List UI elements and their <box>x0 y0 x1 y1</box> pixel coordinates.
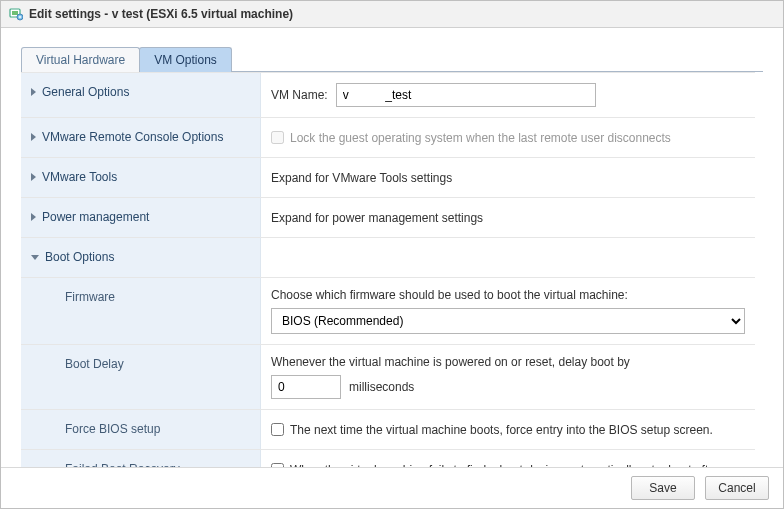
label-vmware-tools-text: VMware Tools <box>42 170 117 184</box>
row-general-options: General Options VM Name: <box>21 72 755 118</box>
value-boot-delay: Whenever the virtual machine is powered … <box>261 345 755 409</box>
value-boot-options <box>261 238 755 277</box>
value-firmware: Choose which firmware should be used to … <box>261 278 755 344</box>
label-vmrc[interactable]: VMware Remote Console Options <box>21 118 261 157</box>
value-vmrc: Lock the guest operating system when the… <box>261 118 755 157</box>
label-force-bios-text: Force BIOS setup <box>65 422 160 436</box>
caret-right-icon <box>31 173 36 181</box>
label-boot-delay: Boot Delay <box>21 345 261 409</box>
value-failed-boot: When the virtual machine fails to find a… <box>261 450 755 467</box>
label-power-mgmt[interactable]: Power management <box>21 198 261 237</box>
vmware-tools-hint: Expand for VMware Tools settings <box>271 171 452 185</box>
row-boot-options: Boot Options <box>21 238 755 278</box>
row-vmware-tools: VMware Tools Expand for VMware Tools set… <box>21 158 755 198</box>
dialog-body: Virtual Hardware VM Options General Opti… <box>1 28 783 467</box>
label-boot-delay-text: Boot Delay <box>65 357 124 371</box>
row-power-mgmt: Power management Expand for power manage… <box>21 198 755 238</box>
edit-settings-dialog: Edit settings - v test (ESXi 6.5 virtual… <box>0 0 784 509</box>
force-bios-desc: The next time the virtual machine boots,… <box>290 423 713 437</box>
firmware-desc: Choose which firmware should be used to … <box>271 288 745 302</box>
boot-delay-desc: Whenever the virtual machine is powered … <box>271 355 630 369</box>
row-boot-delay: Boot Delay Whenever the virtual machine … <box>21 345 755 410</box>
caret-right-icon <box>31 88 36 96</box>
label-power-mgmt-text: Power management <box>42 210 149 224</box>
vmrc-lock-option: Lock the guest operating system when the… <box>271 131 671 145</box>
tab-vm-options[interactable]: VM Options <box>139 47 232 72</box>
svg-rect-1 <box>12 11 18 15</box>
power-mgmt-hint: Expand for power management settings <box>271 211 483 225</box>
force-bios-checkbox[interactable] <box>271 423 284 436</box>
value-vmware-tools: Expand for VMware Tools settings <box>261 158 755 197</box>
options-scroll[interactable]: General Options VM Name: VMware Remote C… <box>21 72 763 467</box>
label-force-bios: Force BIOS setup <box>21 410 261 449</box>
row-force-bios: Force BIOS setup The next time the virtu… <box>21 410 755 450</box>
save-button[interactable]: Save <box>631 476 695 500</box>
vm-name-input[interactable] <box>336 83 596 107</box>
tab-bar: Virtual Hardware VM Options <box>21 46 763 72</box>
tab-virtual-hardware[interactable]: Virtual Hardware <box>21 47 140 72</box>
label-boot-options-text: Boot Options <box>45 250 114 264</box>
label-vmrc-text: VMware Remote Console Options <box>42 130 223 144</box>
vmrc-lock-text: Lock the guest operating system when the… <box>290 131 671 145</box>
value-general-options: VM Name: <box>261 73 755 117</box>
label-failed-boot: Failed Boot Recovery <box>21 450 261 467</box>
caret-right-icon <box>31 133 36 141</box>
label-boot-options[interactable]: Boot Options <box>21 238 261 277</box>
value-force-bios: The next time the virtual machine boots,… <box>261 410 755 449</box>
label-general-options-text: General Options <box>42 85 129 99</box>
row-vmrc: VMware Remote Console Options Lock the g… <box>21 118 755 158</box>
value-power-mgmt: Expand for power management settings <box>261 198 755 237</box>
label-firmware-text: Firmware <box>65 290 115 304</box>
row-firmware: Firmware Choose which firmware should be… <box>21 278 755 345</box>
firmware-select[interactable]: BIOS (Recommended) <box>271 308 745 334</box>
vmrc-lock-checkbox <box>271 131 284 144</box>
boot-delay-unit: milliseconds <box>349 380 414 394</box>
caret-right-icon <box>31 213 36 221</box>
cancel-button[interactable]: Cancel <box>705 476 769 500</box>
label-vmware-tools[interactable]: VMware Tools <box>21 158 261 197</box>
dialog-footer: Save Cancel <box>1 467 783 508</box>
row-failed-boot: Failed Boot Recovery When the virtual ma… <box>21 450 755 467</box>
label-firmware: Firmware <box>21 278 261 344</box>
boot-delay-input[interactable] <box>271 375 341 399</box>
label-general-options[interactable]: General Options <box>21 73 261 117</box>
caret-down-icon <box>31 255 39 264</box>
vm-name-label: VM Name: <box>271 88 328 102</box>
dialog-title: Edit settings - v test (ESXi 6.5 virtual… <box>29 7 293 21</box>
titlebar: Edit settings - v test (ESXi 6.5 virtual… <box>1 1 783 28</box>
force-bios-option[interactable]: The next time the virtual machine boots,… <box>271 423 713 437</box>
vm-icon <box>9 7 23 21</box>
